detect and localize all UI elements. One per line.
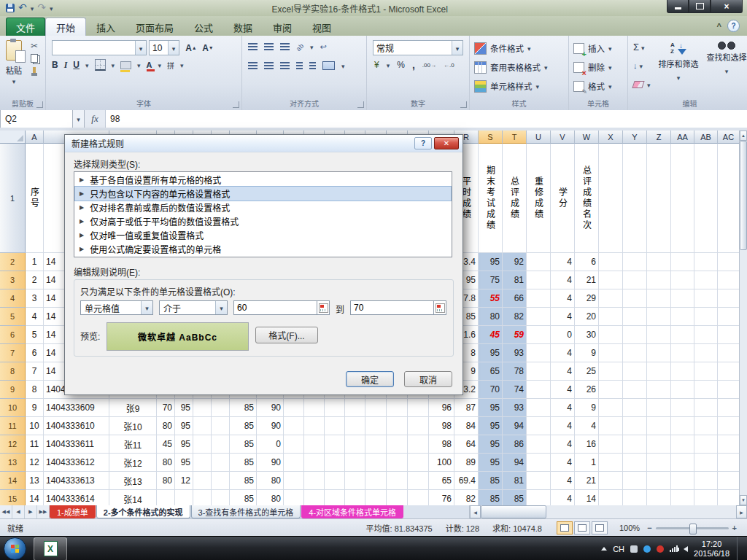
- cell-U10[interactable]: [527, 399, 551, 417]
- cell-K14[interactable]: [304, 472, 325, 490]
- increase-font-button[interactable]: A▲: [183, 40, 199, 55]
- cell-X7[interactable]: [599, 344, 623, 362]
- cell-S2[interactable]: 95: [479, 253, 503, 271]
- cell-E11[interactable]: 95: [175, 417, 193, 435]
- insert-cells-button[interactable]: 插入: [573, 40, 612, 56]
- increase-decimal-icon[interactable]: .00→: [422, 62, 436, 69]
- column-header-U[interactable]: U: [527, 131, 551, 144]
- cell-value-combo-dropdown[interactable]: [141, 301, 152, 314]
- cell-AB13[interactable]: [694, 454, 718, 472]
- row-header-13[interactable]: 13: [0, 454, 26, 472]
- vertical-scroll-thumb[interactable]: [740, 141, 747, 250]
- font-name-dropdown[interactable]: [135, 41, 146, 55]
- cell-D13[interactable]: 80: [157, 454, 175, 472]
- column-header-AB[interactable]: AB: [694, 131, 718, 144]
- cell-J13[interactable]: [284, 454, 304, 472]
- cell-S3[interactable]: 75: [479, 271, 503, 289]
- cell-G13[interactable]: [212, 454, 230, 472]
- cell-O14[interactable]: [387, 472, 408, 490]
- cell-T9[interactable]: 74: [503, 381, 527, 399]
- vertical-scrollbar[interactable]: ▲ ▼: [739, 131, 747, 505]
- cell-AA3[interactable]: [671, 271, 694, 289]
- ribbon-tab-页面布局[interactable]: 页面布局: [125, 18, 184, 36]
- orientation-dropdown-icon[interactable]: [310, 42, 314, 52]
- cell-I11[interactable]: 90: [257, 417, 284, 435]
- cell-Q12[interactable]: 98: [429, 435, 454, 454]
- redo-icon[interactable]: [37, 3, 46, 13]
- sheet-tab-1-成绩单[interactable]: 1-成绩单: [50, 505, 96, 518]
- cell-A2[interactable]: 1: [26, 253, 44, 271]
- cell-C11[interactable]: 张10: [109, 417, 157, 435]
- wrap-text-icon[interactable]: [320, 42, 327, 52]
- cell-W10[interactable]: 9: [575, 399, 599, 417]
- cell-A1[interactable]: 序号: [26, 144, 44, 253]
- cell-G14[interactable]: [212, 472, 230, 490]
- row-header-7[interactable]: 7: [0, 344, 26, 362]
- cell-U11[interactable]: [527, 417, 551, 435]
- cell-R12[interactable]: 64: [454, 435, 479, 454]
- fill-button[interactable]: [633, 61, 643, 71]
- cell-P11[interactable]: [408, 417, 429, 435]
- cell-AA15[interactable]: [671, 490, 694, 505]
- cell-O11[interactable]: [387, 417, 408, 435]
- format-as-table-button[interactable]: 套用表格格式: [474, 59, 548, 75]
- font-size-combo[interactable]: 10: [149, 40, 179, 55]
- ribbon-tab-视图[interactable]: 视图: [302, 18, 341, 36]
- sheet-tab-4-对区域条件格式单元格[interactable]: 4-对区域条件格式单元格: [301, 505, 403, 518]
- close-button[interactable]: ×: [711, 0, 743, 13]
- scroll-up-button[interactable]: ▲: [740, 131, 747, 141]
- row-header-2[interactable]: 2: [0, 253, 26, 271]
- borders-icon[interactable]: [95, 59, 106, 71]
- cell-T14[interactable]: 81: [503, 472, 527, 490]
- cell-M14[interactable]: [345, 472, 365, 490]
- cell-S15[interactable]: 85: [479, 490, 503, 505]
- cell-U6[interactable]: [527, 326, 551, 344]
- cell-I10[interactable]: 90: [257, 399, 284, 417]
- tray-clock[interactable]: 17:20 2015/6/18: [694, 540, 729, 559]
- cell-AC14[interactable]: [718, 472, 740, 490]
- cell-Y14[interactable]: [623, 472, 647, 490]
- speaker-icon[interactable]: [684, 546, 688, 552]
- cell-L10[interactable]: [325, 399, 345, 417]
- cell-T3[interactable]: 81: [503, 271, 527, 289]
- cell-R15[interactable]: 82: [454, 490, 479, 505]
- cell-R11[interactable]: 84: [454, 417, 479, 435]
- column-header-Z[interactable]: Z: [647, 131, 671, 144]
- cell-V12[interactable]: 4: [551, 435, 575, 454]
- cell-W7[interactable]: 9: [575, 344, 599, 362]
- align-bottom-icon[interactable]: [280, 43, 290, 51]
- cell-AC11[interactable]: [718, 417, 740, 435]
- font-name-combo[interactable]: [52, 40, 147, 55]
- select-all-corner[interactable]: [0, 131, 26, 144]
- cell-J10[interactable]: [284, 399, 304, 417]
- cell-AA2[interactable]: [671, 253, 694, 271]
- cell-U1[interactable]: 重修成绩: [527, 144, 551, 253]
- underline-button[interactable]: [73, 60, 80, 70]
- cell-S6[interactable]: 45: [479, 326, 503, 344]
- phonetic-dropdown-icon[interactable]: [180, 60, 184, 70]
- cell-S4[interactable]: 55: [479, 289, 503, 308]
- cell-N13[interactable]: [365, 454, 387, 472]
- dialog-title-bar[interactable]: 新建格式规则 ? ✕: [65, 135, 462, 152]
- horizontal-scrollbar[interactable]: ◀ ▶: [469, 505, 747, 518]
- operator-combo[interactable]: 介于: [159, 300, 228, 315]
- cell-H15[interactable]: 85: [230, 490, 257, 505]
- cell-Z1[interactable]: [647, 144, 671, 253]
- cell-C14[interactable]: 张13: [109, 472, 157, 490]
- cell-J11[interactable]: [284, 417, 304, 435]
- font-size-dropdown[interactable]: [168, 41, 179, 55]
- rule-type-item-2[interactable]: 仅对排名靠前或靠后的数值设置格式: [75, 201, 451, 214]
- cell-X12[interactable]: [599, 435, 623, 454]
- column-header-W[interactable]: W: [575, 131, 599, 144]
- last-sheet-button[interactable]: ▶▶: [37, 505, 50, 518]
- zoom-slider[interactable]: −+: [647, 524, 737, 532]
- save-icon[interactable]: [6, 4, 15, 12]
- cell-Z3[interactable]: [647, 271, 671, 289]
- underline-dropdown-icon[interactable]: [85, 60, 89, 70]
- cell-F13[interactable]: [193, 454, 212, 472]
- cell-U3[interactable]: [527, 271, 551, 289]
- cell-A4[interactable]: 3: [26, 289, 44, 308]
- cell-N10[interactable]: [365, 399, 387, 417]
- cell-S12[interactable]: 95: [479, 435, 503, 454]
- number-dialog-launcher-icon[interactable]: [460, 101, 467, 108]
